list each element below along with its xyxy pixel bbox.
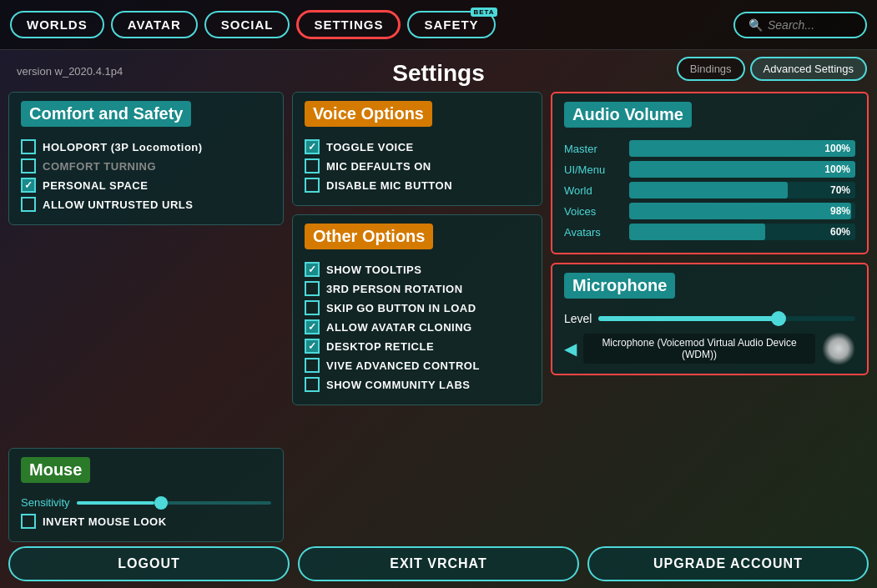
toggle-voice-row[interactable]: TOGGLE VOICE xyxy=(305,139,530,154)
mic-level-row: Level xyxy=(564,312,855,325)
tab-advanced-settings[interactable]: Advanced Settings xyxy=(750,57,867,81)
sensitivity-row: Sensitivity xyxy=(21,496,271,509)
comfort-safety-section: Comfort and Safety HOLOPORT (3P Locomoti… xyxy=(8,92,284,225)
comfort-personal-space-checkbox[interactable] xyxy=(21,178,36,193)
audio-master-bar[interactable]: 100% xyxy=(629,140,855,157)
tab-settings[interactable]: SETTINGS xyxy=(296,10,401,39)
mic-level-indicator xyxy=(822,332,855,365)
tab-safety[interactable]: SAFETY BETA xyxy=(407,11,495,38)
tab-bindings[interactable]: Bindings xyxy=(677,57,745,81)
disable-mic-row[interactable]: DISABLE MIC BUTTON xyxy=(305,178,530,193)
top-navigation: WORLDS AVATAR SOCIAL SETTINGS SAFETY BET… xyxy=(0,0,877,50)
audio-avatars-bar[interactable]: 60% xyxy=(629,224,855,240)
comfort-holoport-row[interactable]: HOLOPORT (3P Locomotion) xyxy=(21,139,271,154)
voice-options-title: Voice Options xyxy=(305,101,432,127)
show-community-labs-checkbox[interactable] xyxy=(305,377,320,392)
voice-options-section: Voice Options TOGGLE VOICE MIC DEFAULTS … xyxy=(292,92,542,206)
audio-world-bar[interactable]: 70% xyxy=(629,182,855,199)
audio-avatars-row: Avatars 60% xyxy=(564,224,855,240)
invert-mouse-row[interactable]: INVERT MOUSE LOOK xyxy=(21,514,271,529)
invert-mouse-checkbox[interactable] xyxy=(21,514,36,529)
comfort-holoport-checkbox[interactable] xyxy=(21,139,36,154)
search-placeholder: Search... xyxy=(768,18,814,32)
other-options-title: Other Options xyxy=(305,224,433,249)
tab-avatar[interactable]: AVATAR xyxy=(111,11,198,38)
show-community-labs-row[interactable]: SHOW COMMUNITY LABS xyxy=(305,377,530,392)
audio-voices-bar[interactable]: 98% xyxy=(629,203,855,219)
search-icon: 🔍 xyxy=(748,18,763,32)
allow-avatar-cloning-checkbox[interactable] xyxy=(305,319,320,334)
audio-volume-title: Audio Volume xyxy=(564,102,692,128)
audio-uimenu-bar[interactable]: 100% xyxy=(629,161,855,178)
microphone-section: Microphone Level ◀ Microphone (Voicemod … xyxy=(551,263,869,375)
3rd-person-row[interactable]: 3RD PERSON ROTATION xyxy=(305,281,530,296)
main-content: Comfort and Safety HOLOPORT (3P Locomoti… xyxy=(8,92,869,542)
skip-go-checkbox[interactable] xyxy=(305,300,320,315)
audio-voices-label: Voices xyxy=(564,205,622,218)
mic-prev-arrow[interactable]: ◀ xyxy=(564,339,577,359)
upgrade-account-button[interactable]: UPGRADE ACCOUNT xyxy=(587,546,869,581)
desktop-reticle-row[interactable]: DESKTOP RETICLE xyxy=(305,339,530,354)
mouse-title: Mouse xyxy=(21,457,90,483)
mouse-section: Mouse Sensitivity INVERT MOUSE LOOK xyxy=(8,448,284,542)
mic-level-slider[interactable] xyxy=(598,316,855,321)
toggle-voice-checkbox[interactable] xyxy=(305,139,320,154)
vive-advanced-row[interactable]: VIVE ADVANCED CONTROL xyxy=(305,358,530,373)
search-box[interactable]: 🔍 Search... xyxy=(733,12,867,38)
mic-defaults-checkbox[interactable] xyxy=(305,158,320,173)
logout-button[interactable]: LOGOUT xyxy=(8,546,290,581)
audio-voices-row: Voices 98% xyxy=(564,203,855,219)
audio-master-row: Master 100% xyxy=(564,140,855,157)
right-column: Audio Volume Master 100% UI/Menu 100% Wo… xyxy=(551,92,869,542)
mic-device-row: ◀ Microphone (Voicemod Virtual Audio Dev… xyxy=(564,332,855,365)
sensitivity-label: Sensitivity xyxy=(21,496,70,509)
version-text: version w_2020.4.1p4 xyxy=(17,65,123,78)
skip-go-row[interactable]: SKIP GO BUTTON IN LOAD xyxy=(305,300,530,315)
beta-badge: BETA xyxy=(471,8,496,17)
comfort-turning-row[interactable]: COMFORT TURNING xyxy=(21,158,271,173)
allow-avatar-cloning-row[interactable]: ALLOW AVATAR CLONING xyxy=(305,319,530,334)
comfort-untrusted-urls-checkbox[interactable] xyxy=(21,197,36,212)
middle-column: Voice Options TOGGLE VOICE MIC DEFAULTS … xyxy=(292,92,542,542)
bottom-bar: LOGOUT EXIT VRCHAT UPGRADE ACCOUNT xyxy=(8,546,869,581)
desktop-reticle-checkbox[interactable] xyxy=(305,339,320,354)
audio-volume-section: Audio Volume Master 100% UI/Menu 100% Wo… xyxy=(551,92,869,254)
show-tooltips-row[interactable]: SHOW TOOLTIPS xyxy=(305,262,530,277)
audio-world-label: World xyxy=(564,184,622,197)
mic-level-label: Level xyxy=(564,312,592,325)
3rd-person-checkbox[interactable] xyxy=(305,281,320,296)
audio-uimenu-label: UI/Menu xyxy=(564,163,622,176)
sensitivity-slider[interactable] xyxy=(77,501,271,505)
vive-advanced-checkbox[interactable] xyxy=(305,358,320,373)
audio-world-row: World 70% xyxy=(564,182,855,199)
audio-master-label: Master xyxy=(564,143,622,155)
comfort-safety-title: Comfort and Safety xyxy=(21,101,191,127)
left-column: Comfort and Safety HOLOPORT (3P Locomoti… xyxy=(8,92,284,542)
tab-worlds[interactable]: WORLDS xyxy=(10,11,104,38)
disable-mic-checkbox[interactable] xyxy=(305,178,320,193)
comfort-personal-space-row[interactable]: PERSONAL SPACE xyxy=(21,178,271,193)
microphone-title: Microphone xyxy=(564,273,675,299)
other-options-section: Other Options SHOW TOOLTIPS 3RD PERSON R… xyxy=(292,214,542,405)
comfort-turning-checkbox[interactable] xyxy=(21,158,36,173)
audio-avatars-label: Avatars xyxy=(564,226,622,239)
show-tooltips-checkbox[interactable] xyxy=(305,262,320,277)
audio-uimenu-row: UI/Menu 100% xyxy=(564,161,855,178)
comfort-untrusted-urls-row[interactable]: ALLOW UNTRUSTED URLS xyxy=(21,197,271,212)
page-title: Settings xyxy=(392,60,484,87)
mic-device-name: Microphone (Voicemod Virtual Audio Devic… xyxy=(583,334,815,364)
mic-defaults-row[interactable]: MIC DEFAULTS ON xyxy=(305,158,530,173)
sub-navigation: Bindings Advanced Settings xyxy=(677,57,867,81)
exit-vrchat-button[interactable]: EXIT VRCHAT xyxy=(298,546,579,581)
tab-social[interactable]: SOCIAL xyxy=(204,11,290,38)
